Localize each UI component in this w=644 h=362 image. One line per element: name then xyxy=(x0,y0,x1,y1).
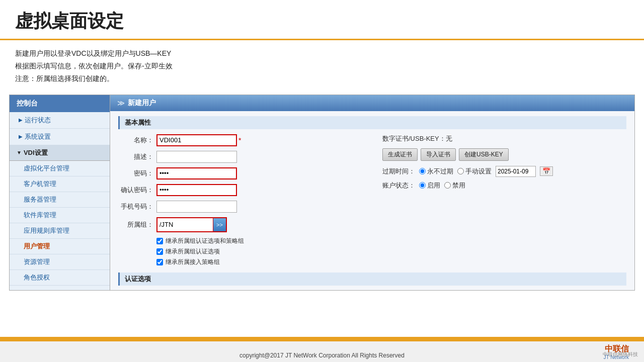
section-auth-title: 认证选项 xyxy=(118,273,626,286)
footer-watermark: 中联信网络科技 xyxy=(603,351,638,358)
inherit2-label: 继承所属组认证选项 xyxy=(166,247,220,256)
sidebar-header: 控制台 xyxy=(10,95,110,112)
pwd-label: 密码： xyxy=(118,169,153,178)
sidebar-item-run-status[interactable]: ▶ 运行状态 xyxy=(10,112,110,129)
confirm-pwd-row: 确认密码： xyxy=(118,184,362,196)
name-row: 名称： * xyxy=(118,134,362,146)
cert-buttons: 生成证书 导入证书 创建USB-KEY xyxy=(382,148,626,161)
sidebar-item-sys-settings[interactable]: ▶ 系统设置 xyxy=(10,129,110,145)
sidebar-item-label: 系统设置 xyxy=(25,132,51,141)
instruction-line-1: 新建用户用以登录VDC以及绑定用户与USB—KEY xyxy=(15,47,629,60)
group-row: 所属组： >> xyxy=(118,217,362,232)
status-row: 账户状态： 启用 禁用 xyxy=(382,181,626,190)
sidebar-item-client-mgmt[interactable]: 客户机管理 xyxy=(10,176,110,192)
desc-label: 描述： xyxy=(118,152,153,161)
status-label: 账户状态： xyxy=(382,181,415,190)
sidebar: 控制台 ▶ 运行状态 ▶ 系统设置 ▼ VDI设置 虚拟化平台管理 客户机管理 … xyxy=(10,95,110,290)
inherit1-checkbox[interactable] xyxy=(156,238,163,244)
desc-row: 描述： xyxy=(118,151,362,163)
pwd-row: 密码： xyxy=(118,167,362,179)
phone-label: 手机号码： xyxy=(118,202,153,211)
instruction-line-2: 根据图示填写信息，依次创建用户。保存-立即生效 xyxy=(15,60,629,72)
footer-bar: copyright@2017 JT NetWork Corporation Al… xyxy=(0,340,644,362)
inherit2-row: 继承所属组认证选项 xyxy=(156,247,362,256)
gen-cert-button[interactable]: 生成证书 xyxy=(382,148,418,161)
name-input[interactable] xyxy=(156,134,237,146)
group-input-container: >> xyxy=(156,217,227,232)
confirm-pwd-input[interactable] xyxy=(156,184,237,196)
expire-row: 过期时间： 永不过期 手动设置 📅 xyxy=(382,166,626,177)
sidebar-group-vdi[interactable]: ▼ VDI设置 xyxy=(10,145,110,161)
group-input[interactable] xyxy=(157,219,213,230)
content-area: ≫ 新建用户 基本属性 名称： * xyxy=(110,95,634,290)
inherit1-row: 继承所属组认证选项和策略组 xyxy=(156,237,362,245)
form-left: 名称： * 描述： 密码： xyxy=(118,134,362,268)
status-disable-label[interactable]: 禁用 xyxy=(444,181,465,190)
calendar-icon[interactable]: 📅 xyxy=(540,166,553,176)
cert-info-row: 数字证书/USB-KEY：无 xyxy=(382,134,626,143)
phone-input[interactable] xyxy=(156,201,237,213)
sidebar-item-virt-platform[interactable]: 虚拟化平台管理 xyxy=(10,161,110,176)
status-disable-text: 禁用 xyxy=(452,181,465,190)
status-disable-radio[interactable] xyxy=(444,182,451,189)
arrow-icon: ▼ xyxy=(17,150,22,155)
status-enable-text: 启用 xyxy=(427,181,440,190)
name-label: 名称： xyxy=(118,136,153,145)
name-input-group: * xyxy=(156,134,241,146)
status-enable-radio[interactable] xyxy=(419,182,426,189)
arrow-icon: ▶ xyxy=(19,117,23,123)
desc-input[interactable] xyxy=(156,151,237,163)
status-enable-label[interactable]: 启用 xyxy=(419,181,440,190)
sidebar-item-role-auth[interactable]: 角色授权 xyxy=(10,270,110,286)
form-area: 基本属性 名称： * 描述： xyxy=(110,111,634,290)
main-area: 控制台 ▶ 运行状态 ▶ 系统设置 ▼ VDI设置 虚拟化平台管理 客户机管理 … xyxy=(9,95,635,291)
expire-manual-label[interactable]: 手动设置 xyxy=(457,167,492,176)
instructions-block: 新建用户用以登录VDC以及绑定用户与USB—KEY 根据图示填写信息，依次创建用… xyxy=(0,40,644,90)
confirm-pwd-label: 确认密码： xyxy=(118,186,153,195)
inherit3-row: 继承所属接入策略组 xyxy=(156,258,362,266)
sidebar-group-label: VDI设置 xyxy=(24,148,48,157)
sidebar-item-software-mgmt[interactable]: 软件库管理 xyxy=(10,208,110,223)
group-browse-button[interactable]: >> xyxy=(213,218,226,231)
expire-manual-radio[interactable] xyxy=(457,168,464,174)
create-usb-button[interactable]: 创建USB-KEY xyxy=(459,148,509,161)
instruction-line-3: 注意：所属组选择我们创建的。 xyxy=(15,72,629,85)
expire-manual-text: 手动设置 xyxy=(465,167,492,176)
sidebar-item-label: 运行状态 xyxy=(25,116,51,125)
import-cert-button[interactable]: 导入证书 xyxy=(421,148,456,161)
inherit3-checkbox[interactable] xyxy=(156,259,163,265)
expire-never-radio[interactable] xyxy=(419,168,426,174)
expire-never-label[interactable]: 永不过期 xyxy=(419,167,453,176)
section-basic-title: 基本属性 xyxy=(118,116,626,129)
expire-never-text: 永不过期 xyxy=(427,167,453,176)
sidebar-item-resource-mgmt[interactable]: 资源管理 xyxy=(10,254,110,270)
arrow-icon: ▶ xyxy=(19,134,23,139)
group-label: 所属组： xyxy=(118,220,153,229)
expire-label: 过期时间： xyxy=(382,167,415,176)
inherit3-label: 继承所属接入策略组 xyxy=(166,258,220,266)
expire-date-input[interactable] xyxy=(496,166,536,177)
double-arrow-icon: ≫ xyxy=(117,99,125,107)
inherit2-checkbox[interactable] xyxy=(156,248,163,255)
sidebar-item-server-mgmt[interactable]: 服务器管理 xyxy=(10,192,110,208)
required-star: * xyxy=(238,136,241,144)
sidebar-item-user-mgmt[interactable]: 用户管理 xyxy=(10,239,110,254)
phone-row: 手机号码： xyxy=(118,201,362,213)
page-title: 虚拟桌面设定 xyxy=(0,0,644,40)
sidebar-item-app-rules[interactable]: 应用规则库管理 xyxy=(10,223,110,239)
content-header: ≫ 新建用户 xyxy=(110,95,634,111)
content-title: 新建用户 xyxy=(128,99,156,108)
form-table: 名称： * 描述： 密码： xyxy=(118,134,626,268)
footer-copyright: copyright@2017 JT NetWork Corporation Al… xyxy=(0,352,644,359)
inherit1-label: 继承所属组认证选项和策略组 xyxy=(166,237,244,245)
pwd-input[interactable] xyxy=(156,167,237,179)
form-right: 数字证书/USB-KEY：无 生成证书 导入证书 创建USB-KEY 过期时间：… xyxy=(382,134,626,268)
